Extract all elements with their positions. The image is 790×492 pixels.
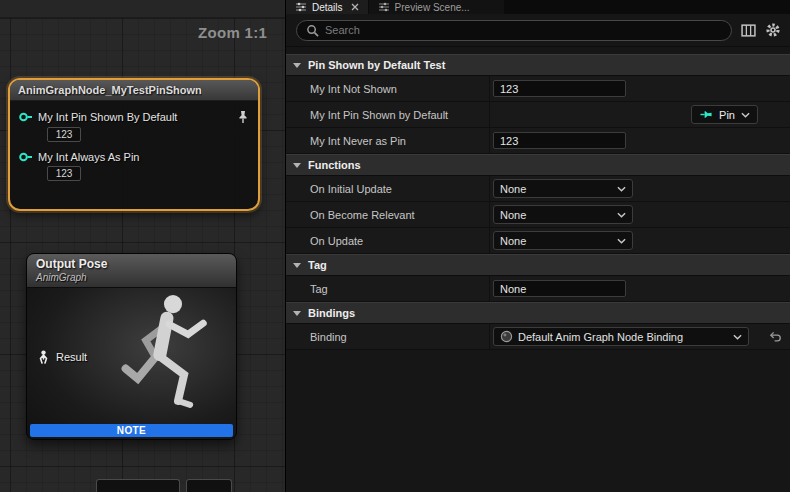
pin-row: My Int Always As Pin 123 bbox=[10, 151, 258, 181]
property-row: On Become Relevant None bbox=[286, 202, 790, 228]
tag-field[interactable] bbox=[493, 280, 626, 297]
node-title: AnimGraphNode_MyTestPinShown bbox=[18, 84, 202, 96]
reset-to-default-icon[interactable] bbox=[769, 331, 782, 343]
tab-label: Details bbox=[312, 2, 343, 13]
chevron-down-icon bbox=[617, 212, 626, 218]
tab-preview-scene[interactable]: Preview Scene... bbox=[369, 0, 504, 14]
offscreen-node-top[interactable] bbox=[96, 479, 180, 492]
property-row: On Update None bbox=[286, 228, 790, 254]
search-box[interactable] bbox=[296, 20, 732, 41]
pin-row: My Int Pin Shown By Default 123 bbox=[10, 110, 258, 142]
details-panel: Details Preview Scene... bbox=[285, 0, 790, 492]
on-initial-update-dropdown[interactable]: None bbox=[493, 179, 633, 198]
details-rows: Pin Shown by Default Test My Int Not Sho… bbox=[286, 47, 790, 492]
property-label: On Update bbox=[286, 228, 489, 253]
collapse-arrow-icon bbox=[293, 63, 301, 68]
chevron-down-icon bbox=[617, 186, 626, 192]
details-tab-icon bbox=[295, 2, 307, 12]
result-pin[interactable]: Result bbox=[37, 350, 87, 364]
property-label: On Initial Update bbox=[286, 176, 489, 201]
property-row: Binding Default Anim Graph Node Binding bbox=[286, 324, 790, 350]
chevron-down-icon bbox=[733, 334, 742, 340]
node-header[interactable]: AnimGraphNode_MyTestPinShown bbox=[10, 80, 258, 101]
chevron-down-icon bbox=[617, 238, 626, 244]
property-label: My Int Pin Shown by Default bbox=[286, 102, 489, 127]
property-label: Tag bbox=[286, 276, 489, 301]
preview-scene-tab-icon bbox=[378, 2, 390, 12]
close-tab-icon[interactable] bbox=[351, 3, 359, 11]
pin-state-dropdown[interactable]: Pin bbox=[691, 105, 758, 124]
property-label: Binding bbox=[286, 324, 489, 349]
note-bar[interactable]: NOTE bbox=[30, 424, 233, 437]
graph-top-strip bbox=[0, 0, 285, 18]
pin-value-field[interactable]: 123 bbox=[47, 166, 81, 181]
property-row: Tag bbox=[286, 276, 790, 302]
tab-label: Preview Scene... bbox=[395, 2, 470, 13]
collapse-arrow-icon bbox=[293, 263, 301, 268]
anim-graph-test-node[interactable]: AnimGraphNode_MyTestPinShown My Int Pin … bbox=[8, 78, 260, 211]
category-functions[interactable]: Functions bbox=[286, 154, 790, 176]
property-row: On Initial Update None bbox=[286, 176, 790, 202]
pin-toggle-icon[interactable] bbox=[237, 110, 249, 124]
property-label: On Become Relevant bbox=[286, 202, 489, 227]
pin-label: My Int Pin Shown By Default bbox=[38, 111, 177, 123]
collapse-arrow-icon bbox=[293, 311, 301, 316]
property-row: My Int Pin Shown by Default Pin bbox=[286, 102, 790, 128]
property-label: My Int Never as Pin bbox=[286, 128, 489, 153]
category-tag[interactable]: Tag bbox=[286, 254, 790, 276]
search-input[interactable] bbox=[325, 24, 722, 36]
pose-pin-icon bbox=[37, 350, 50, 364]
details-toolbar bbox=[286, 14, 790, 47]
settings-gear-icon[interactable] bbox=[765, 22, 781, 38]
unreal-editor-window: Zoom 1:1 AnimGraphNode_MyTestPinShown My… bbox=[0, 0, 790, 492]
collapse-arrow-icon bbox=[293, 163, 301, 168]
property-label: My Int Not Shown bbox=[286, 76, 489, 101]
search-icon bbox=[306, 24, 319, 37]
int-pin-icon[interactable] bbox=[18, 111, 33, 123]
result-pin-label: Result bbox=[56, 351, 87, 363]
node-subtitle: AnimGraph bbox=[36, 272, 227, 283]
pin-label: My Int Always As Pin bbox=[38, 151, 139, 163]
category-bindings[interactable]: Bindings bbox=[286, 302, 790, 324]
my-int-never-as-pin-field[interactable] bbox=[493, 132, 626, 149]
binding-dropdown[interactable]: Default Anim Graph Node Binding bbox=[493, 327, 749, 346]
property-row: My Int Never as Pin bbox=[286, 128, 790, 154]
int-pin-icon[interactable] bbox=[18, 151, 33, 163]
node-title: Output Pose bbox=[36, 257, 227, 271]
property-row: My Int Not Shown bbox=[286, 76, 790, 102]
pin-icon bbox=[699, 108, 713, 121]
on-update-dropdown[interactable]: None bbox=[493, 231, 633, 250]
my-int-not-shown-field[interactable] bbox=[493, 80, 626, 97]
property-matrix-icon[interactable] bbox=[741, 23, 756, 38]
pin-value-field[interactable]: 123 bbox=[47, 127, 81, 142]
offscreen-node-top[interactable] bbox=[186, 479, 232, 492]
category-pin-shown-by-default-test[interactable]: Pin Shown by Default Test bbox=[286, 54, 790, 76]
tab-details[interactable]: Details bbox=[286, 0, 368, 14]
animgraph-canvas[interactable]: Zoom 1:1 AnimGraphNode_MyTestPinShown My… bbox=[0, 0, 285, 492]
output-pose-node[interactable]: Output Pose AnimGraph bbox=[26, 253, 237, 440]
panel-tab-bar: Details Preview Scene... bbox=[286, 0, 790, 14]
on-become-relevant-dropdown[interactable]: None bbox=[493, 205, 633, 224]
node-body: Result NOTE bbox=[27, 288, 236, 440]
zoom-level-label: Zoom 1:1 bbox=[198, 24, 267, 41]
chevron-down-icon bbox=[741, 112, 750, 118]
node-header[interactable]: Output Pose AnimGraph bbox=[27, 254, 236, 288]
preview-mannequin-image bbox=[116, 290, 234, 426]
binding-object-icon bbox=[500, 330, 513, 343]
